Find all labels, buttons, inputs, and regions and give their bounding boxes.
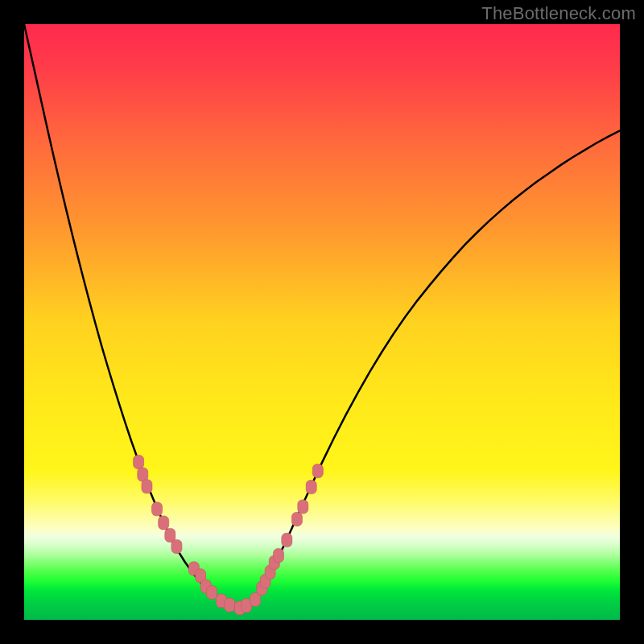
curve-marker <box>134 455 144 469</box>
curve-marker <box>225 598 235 612</box>
watermark-text: TheBottleneck.com <box>481 3 636 24</box>
curve-marker <box>138 468 148 481</box>
curve-marker <box>142 480 152 493</box>
curve-marker <box>159 516 169 530</box>
chart-frame: TheBottleneck.com <box>0 0 644 644</box>
gradient-background <box>24 24 620 620</box>
chart-svg <box>24 24 620 620</box>
curve-marker <box>273 549 283 563</box>
curve-marker <box>207 585 217 599</box>
curve-marker <box>298 500 308 514</box>
curve-marker <box>291 512 302 526</box>
curve-marker <box>282 533 292 547</box>
curve-marker <box>312 464 323 478</box>
curve-marker <box>171 539 182 553</box>
curve-marker <box>306 480 316 493</box>
plot-area <box>24 24 620 620</box>
curve-marker <box>152 502 163 516</box>
